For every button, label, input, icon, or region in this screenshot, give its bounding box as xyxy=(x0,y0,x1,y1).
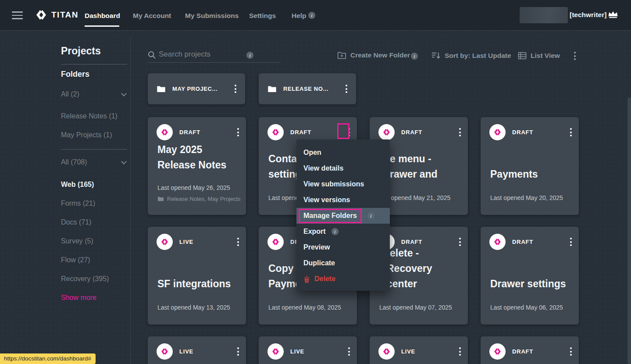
manage-folders-info-icon[interactable]: i xyxy=(367,212,374,219)
project-avatar xyxy=(489,234,506,250)
status-badge: LIVE xyxy=(401,348,415,355)
card-menu-button[interactable] xyxy=(235,346,242,357)
last-opened-label: Last opened May 06, 2025 xyxy=(490,304,563,311)
status-badge: DRAFT xyxy=(290,129,311,136)
sidebar-type-flow[interactable]: Flow (27) xyxy=(61,256,90,264)
export-info-icon[interactable]: i xyxy=(332,228,339,235)
project-avatar xyxy=(157,343,173,360)
project-title: May 2025Release Notes xyxy=(157,142,242,173)
sidebar-type-forms[interactable]: Forms (21) xyxy=(61,200,95,207)
status-badge: DRAFT xyxy=(401,129,422,136)
active-tab-underline xyxy=(85,25,119,27)
help-info-icon[interactable]: i xyxy=(308,12,315,19)
titan-mark-icon xyxy=(160,347,169,356)
nav-my-account[interactable]: My Account xyxy=(133,12,171,20)
chevron-down-icon[interactable] xyxy=(121,159,127,164)
card-menu-button[interactable] xyxy=(235,126,242,138)
sidebar-type-recovery[interactable]: Recovery (395) xyxy=(61,275,109,283)
nav-my-submissions[interactable]: My Submissions xyxy=(185,12,239,20)
menu-item-view-versions[interactable]: View versions xyxy=(296,192,390,208)
project-title: e menu - rawer and xyxy=(379,151,463,182)
folder-menu-button[interactable] xyxy=(232,83,239,95)
menu-item-export[interactable]: Export i xyxy=(296,224,390,239)
menu-item-delete[interactable]: Delete xyxy=(296,271,390,287)
trash-icon xyxy=(303,275,310,283)
titan-mark-icon xyxy=(160,128,169,136)
project-title: elete - Recovery center xyxy=(379,246,463,292)
last-opened-label: Last opened May 20, 2025 xyxy=(490,194,563,201)
menu-item-view-submissions[interactable]: View submissions xyxy=(296,176,390,192)
project-avatar xyxy=(267,343,284,360)
project-card[interactable]: DRAFT xyxy=(481,336,579,364)
card-menu-button[interactable] xyxy=(567,236,574,248)
list-view-button[interactable]: List View xyxy=(518,52,560,60)
sidebar-folder-may-projects[interactable]: May Projects (1) xyxy=(61,131,112,139)
menu-item-view-details[interactable]: View details xyxy=(296,161,390,176)
nav-help[interactable]: Help xyxy=(292,12,307,20)
project-card[interactable]: LIVE xyxy=(259,336,357,364)
project-avatar xyxy=(378,124,395,140)
last-opened-label: Last opened May 08, 2025 xyxy=(268,304,341,311)
project-card[interactable]: LIVE SF integrations Last opened May 13,… xyxy=(148,227,246,325)
menu-item-manage-folders[interactable]: Manage Folders i xyxy=(296,208,390,224)
folders-heading: Folders xyxy=(61,70,89,79)
titan-mark-icon xyxy=(493,347,502,356)
last-opened-label: t opened May 21, 2025 xyxy=(379,194,450,201)
create-new-folder-button[interactable]: Create New Folder xyxy=(337,51,410,60)
titan-mark-icon xyxy=(493,128,502,136)
hamburger-menu-icon[interactable] xyxy=(12,11,23,21)
menu-item-open[interactable]: Open xyxy=(296,145,390,161)
folder-card[interactable]: MAY PROJEC... xyxy=(148,73,245,104)
toolbar-kebab-menu[interactable] xyxy=(571,50,578,62)
project-title: Payments xyxy=(490,167,574,182)
project-card[interactable]: LIVE xyxy=(370,336,468,364)
titan-logo-icon xyxy=(35,9,47,21)
sidebar-rule xyxy=(61,64,127,64)
folder-tags: Release Notes, May Projects xyxy=(157,196,241,202)
nav-settings[interactable]: Settings xyxy=(249,12,276,20)
titan-mark-icon xyxy=(382,347,391,356)
status-badge: DRAFT xyxy=(512,348,533,355)
vertical-scrollbar[interactable] xyxy=(627,97,631,364)
card-menu-button[interactable] xyxy=(567,126,574,138)
project-card[interactable]: DRAFT Payments Last opened May 20, 2025 xyxy=(481,117,579,215)
show-more-link[interactable]: Show more xyxy=(61,294,96,302)
nav-dashboard[interactable]: Dashboard xyxy=(85,12,120,20)
sidebar-all-folders[interactable]: All (2) xyxy=(61,90,79,98)
folder-menu-button[interactable] xyxy=(343,83,350,95)
sort-icon xyxy=(431,51,441,60)
folder-icon xyxy=(267,85,277,93)
card-menu-button[interactable] xyxy=(567,346,574,357)
card-menu-button[interactable] xyxy=(456,346,463,357)
titan-mark-icon xyxy=(271,347,280,356)
search-info-icon[interactable]: i xyxy=(246,52,253,59)
card-menu-button[interactable] xyxy=(456,126,463,138)
search-icon xyxy=(148,51,156,59)
folder-name: RELEASE NO... xyxy=(283,86,328,92)
list-view-label: List View xyxy=(531,52,560,60)
create-new-folder-label: Create New Folder xyxy=(350,51,410,59)
create-folder-info-icon[interactable]: i xyxy=(411,53,418,60)
project-avatar xyxy=(157,234,173,250)
project-avatar xyxy=(489,343,506,360)
sidebar-folder-release-notes[interactable]: Release Notes (1) xyxy=(61,112,118,120)
project-card[interactable]: DRAFT May 2025Release Notes Last opened … xyxy=(148,117,246,215)
sidebar-type-survey[interactable]: Survey (5) xyxy=(61,237,93,245)
chevron-down-icon[interactable] xyxy=(121,91,127,96)
sort-by-button[interactable]: Sort by: Last Update xyxy=(431,51,511,60)
manage-folders-annotation-box: Manage Folders xyxy=(299,209,362,223)
last-opened-label: Last opened May 26, 2025 xyxy=(157,184,230,191)
menu-item-duplicate[interactable]: Duplicate xyxy=(296,255,390,271)
titan-logo[interactable]: TITAN xyxy=(35,9,78,21)
menu-item-preview[interactable]: Preview xyxy=(296,239,390,255)
folder-card[interactable]: RELEASE NO... xyxy=(259,73,356,104)
search-input[interactable] xyxy=(159,48,242,61)
sidebar-type-docs[interactable]: Docs (71) xyxy=(61,218,91,226)
card-menu-button[interactable] xyxy=(346,346,353,357)
project-card[interactable]: LIVE xyxy=(148,336,246,364)
card-menu-button[interactable] xyxy=(235,236,242,248)
sidebar-type-web[interactable]: Web (165) xyxy=(61,181,94,189)
status-badge: LIVE xyxy=(290,348,304,355)
project-card[interactable]: DRAFT Drawer settings Last opened May 06… xyxy=(481,227,579,325)
sidebar-all-projects[interactable]: All (708) xyxy=(61,158,87,166)
